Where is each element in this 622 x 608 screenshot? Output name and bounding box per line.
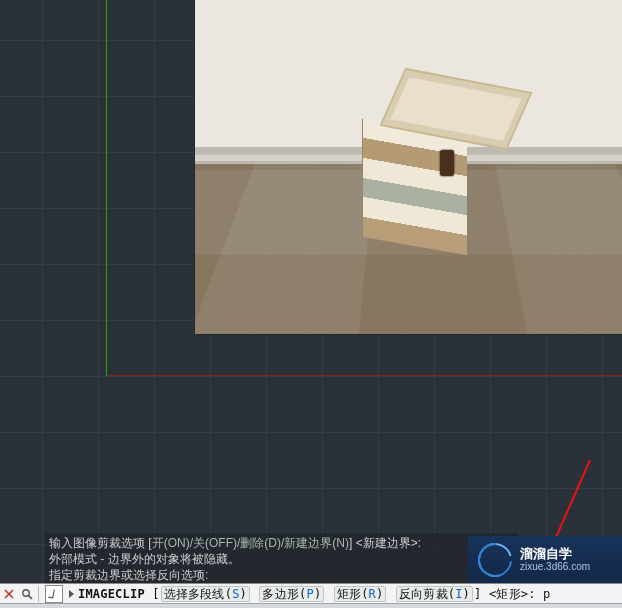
inserted-image[interactable] bbox=[195, 0, 622, 334]
command-input-icon[interactable] bbox=[45, 585, 63, 603]
opt-rectangle[interactable]: 矩形(R) bbox=[334, 586, 387, 602]
ucs-x-axis bbox=[108, 375, 622, 376]
svg-line-2 bbox=[29, 596, 32, 599]
close-icon[interactable] bbox=[0, 585, 18, 603]
zoom-icon[interactable] bbox=[18, 585, 36, 603]
watermark: 溜溜自学 zixue.3d66.com bbox=[468, 536, 622, 584]
opt-select-polyline[interactable]: 选择多段线(S) bbox=[161, 586, 250, 602]
ucs-y-axis bbox=[106, 0, 107, 376]
status-bar[interactable] bbox=[0, 603, 622, 608]
history-line-1-opts: 开(ON)/关(OFF)/删除(D)/新建边界(N) bbox=[152, 536, 349, 550]
history-line-3: 指定剪裁边界或选择反向选项: bbox=[49, 567, 514, 583]
watermark-url: zixue.3d66.com bbox=[520, 561, 590, 573]
command-line-bar[interactable]: IMAGECLIP [选择多段线(S) 多边形(P) 矩形(R) 反向剪裁(I)… bbox=[0, 583, 622, 604]
watermark-logo-icon bbox=[472, 537, 518, 583]
command-history: 输入图像剪裁选项 [开(ON)/关(OFF)/删除(D)/新建边界(N)] <新… bbox=[45, 533, 518, 585]
history-line-1b: ] <新建边界>: bbox=[349, 536, 421, 550]
svg-point-1 bbox=[23, 590, 29, 596]
command-tail: ] <矩形>: p bbox=[474, 587, 550, 601]
history-line-2: 外部模式 - 边界外的对象将被隐藏。 bbox=[49, 551, 514, 567]
divider bbox=[38, 586, 39, 602]
command-name: IMAGECLIP bbox=[78, 587, 145, 601]
image-crate bbox=[375, 80, 535, 280]
history-line-1a: 输入图像剪裁选项 [ bbox=[49, 536, 152, 550]
opt-polygon[interactable]: 多边形(P) bbox=[259, 586, 324, 602]
opt-invert-clip[interactable]: 反向剪裁(I) bbox=[396, 586, 473, 602]
watermark-title: 溜溜自学 bbox=[520, 547, 590, 561]
drawing-viewport[interactable]: 输入图像剪裁选项 [开(ON)/关(OFF)/删除(D)/新建边界(N)] <新… bbox=[0, 0, 622, 608]
chevron-right-icon bbox=[69, 590, 74, 598]
command-input-text[interactable]: IMAGECLIP [选择多段线(S) 多边形(P) 矩形(R) 反向剪裁(I)… bbox=[78, 586, 550, 603]
